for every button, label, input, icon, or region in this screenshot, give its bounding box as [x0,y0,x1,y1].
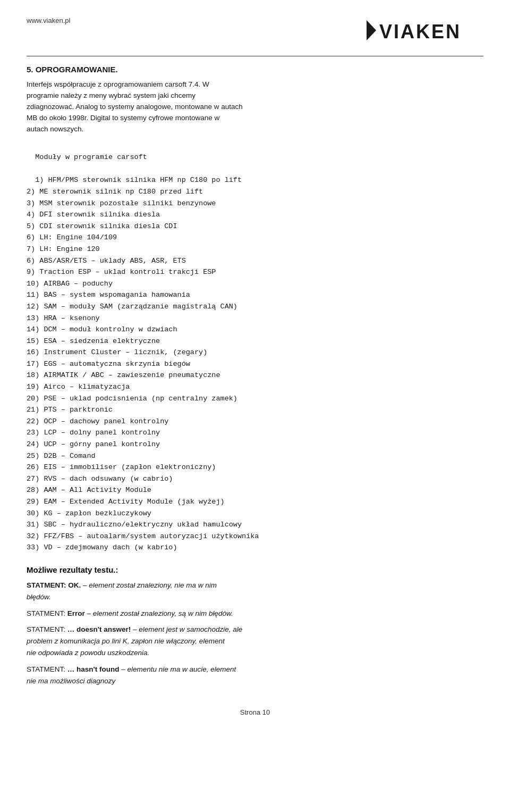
modules-title: Moduły w programie carsoft [35,153,147,161]
statment-error: STATMENT: Error – element został znalezi… [27,608,483,620]
logo-container: VIAKEN [367,16,483,45]
statment-doesnt-answer: STATMENT: … doesn't answer! – element je… [27,624,483,659]
page-header: www.viaken.pl VIAKEN [27,16,483,45]
svg-marker-0 [367,20,376,40]
page-footer: Strona 10 [27,708,483,716]
results-title: Możliwe rezultaty testu.: [27,565,483,574]
intro-paragraph: Interfejs współpracuje z oprogramowaniem… [27,79,483,135]
website-url: www.viaken.pl [27,16,70,26]
statment-hasnt-found: STATMENT: … hasn't found – elementu nie … [27,664,483,688]
statment-ok: STATMENT: OK. – element został znalezion… [27,580,483,604]
statments-container: STATMENT: OK. – element został znalezion… [27,580,483,687]
page-number: Strona 10 [240,708,270,716]
modules-list: 1) HFM/PMS sterownik silnika HFM np C180… [27,176,259,551]
modules-block: Moduły w programie carsoft 1) HFM/PMS st… [27,140,483,554]
header-divider [27,56,483,56]
viaken-logo: VIAKEN [367,16,483,45]
section-title: 5. OPROGRAMOWANIE. [27,65,483,74]
svg-text:VIAKEN: VIAKEN [379,21,461,43]
